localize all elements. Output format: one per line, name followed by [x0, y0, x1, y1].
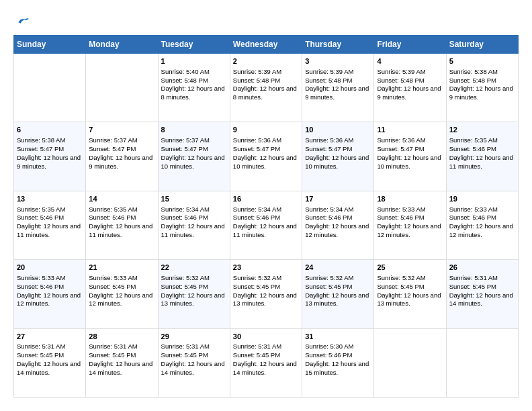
- calendar-cell: 22Sunrise: 5:32 AMSunset: 5:45 PMDayligh…: [158, 260, 230, 328]
- sunrise-text: Sunrise: 5:40 AM: [161, 68, 210, 75]
- day-number: 16: [233, 194, 299, 204]
- daylight-text: Daylight: 12 hours and 13 minutes.: [305, 291, 369, 308]
- calendar-cell: 26Sunrise: 5:31 AMSunset: 5:45 PMDayligh…: [446, 260, 518, 328]
- daylight-text: Daylight: 12 hours and 12 minutes.: [305, 222, 369, 238]
- sunset-text: Sunset: 5:47 PM: [161, 145, 208, 152]
- weekday-header-thursday: Thursday: [302, 36, 374, 54]
- calendar-cell: 11Sunrise: 5:36 AMSunset: 5:47 PMDayligh…: [374, 122, 446, 191]
- calendar-cell: 21Sunrise: 5:33 AMSunset: 5:45 PMDayligh…: [86, 260, 158, 328]
- sunrise-text: Sunrise: 5:35 AM: [449, 136, 498, 144]
- calendar-cell: 7Sunrise: 5:37 AMSunset: 5:47 PMDaylight…: [86, 122, 158, 191]
- day-number: 11: [377, 125, 443, 135]
- calendar-cell: 17Sunrise: 5:34 AMSunset: 5:46 PMDayligh…: [302, 191, 374, 259]
- daylight-text: Daylight: 12 hours and 9 minutes.: [89, 154, 152, 170]
- sunset-text: Sunset: 5:45 PM: [305, 283, 352, 290]
- daylight-text: Daylight: 12 hours and 11 minutes.: [89, 222, 152, 238]
- day-number: 28: [89, 332, 154, 342]
- daylight-text: Daylight: 12 hours and 11 minutes.: [17, 222, 81, 238]
- day-number: 30: [233, 332, 299, 342]
- sunset-text: Sunset: 5:46 PM: [89, 214, 136, 221]
- sunset-text: Sunset: 5:45 PM: [161, 283, 208, 290]
- daylight-text: Daylight: 12 hours and 12 minutes.: [17, 291, 81, 308]
- calendar-cell: 6Sunrise: 5:38 AMSunset: 5:47 PMDaylight…: [14, 122, 86, 191]
- sunrise-text: Sunrise: 5:32 AM: [161, 274, 210, 281]
- sunrise-text: Sunrise: 5:35 AM: [89, 205, 137, 213]
- day-number: 31: [305, 332, 371, 342]
- header: [13, 13, 519, 27]
- sunrise-text: Sunrise: 5:39 AM: [377, 68, 425, 75]
- sunset-text: Sunset: 5:46 PM: [305, 351, 352, 359]
- calendar-cell: 27Sunrise: 5:31 AMSunset: 5:45 PMDayligh…: [14, 328, 86, 397]
- calendar-cell: 8Sunrise: 5:37 AMSunset: 5:47 PMDaylight…: [158, 122, 230, 191]
- sunset-text: Sunset: 5:45 PM: [377, 283, 424, 290]
- sunrise-text: Sunrise: 5:33 AM: [449, 205, 498, 213]
- day-number: 8: [161, 125, 227, 135]
- day-number: 9: [233, 125, 299, 135]
- day-number: 29: [161, 332, 227, 342]
- sunrise-text: Sunrise: 5:37 AM: [161, 136, 210, 144]
- sunrise-text: Sunrise: 5:39 AM: [233, 68, 281, 75]
- logo: [13, 13, 32, 27]
- day-number: 24: [305, 263, 371, 273]
- sunset-text: Sunset: 5:48 PM: [449, 77, 496, 84]
- day-number: 14: [89, 194, 154, 204]
- sunrise-text: Sunrise: 5:31 AM: [233, 342, 281, 350]
- day-number: 18: [377, 194, 443, 204]
- day-number: 25: [377, 263, 443, 273]
- daylight-text: Daylight: 12 hours and 10 minutes.: [305, 154, 369, 170]
- day-number: 1: [161, 56, 227, 66]
- sunset-text: Sunset: 5:47 PM: [305, 145, 352, 152]
- sunset-text: Sunset: 5:45 PM: [89, 351, 136, 359]
- calendar-cell: 5Sunrise: 5:38 AMSunset: 5:48 PMDaylight…: [446, 54, 518, 122]
- day-number: 26: [449, 263, 515, 273]
- calendar-cell: 29Sunrise: 5:31 AMSunset: 5:45 PMDayligh…: [158, 328, 230, 397]
- calendar-cell: [446, 328, 518, 397]
- daylight-text: Daylight: 12 hours and 8 minutes.: [161, 85, 225, 101]
- sunrise-text: Sunrise: 5:30 AM: [305, 342, 353, 350]
- sunrise-text: Sunrise: 5:31 AM: [449, 274, 498, 281]
- sunrise-text: Sunrise: 5:31 AM: [161, 342, 210, 350]
- sunrise-text: Sunrise: 5:31 AM: [89, 342, 137, 350]
- sunset-text: Sunset: 5:47 PM: [377, 145, 424, 152]
- sunrise-text: Sunrise: 5:33 AM: [89, 274, 137, 281]
- calendar-cell: [86, 54, 158, 122]
- sunset-text: Sunset: 5:46 PM: [305, 214, 352, 221]
- sunrise-text: Sunrise: 5:34 AM: [233, 205, 281, 213]
- sunrise-text: Sunrise: 5:32 AM: [233, 274, 281, 281]
- day-number: 22: [161, 263, 227, 273]
- calendar-cell: 31Sunrise: 5:30 AMSunset: 5:46 PMDayligh…: [302, 328, 374, 397]
- day-number: 23: [233, 263, 299, 273]
- sunset-text: Sunset: 5:46 PM: [449, 214, 496, 221]
- sunset-text: Sunset: 5:46 PM: [17, 214, 64, 221]
- weekday-header-row: SundayMondayTuesdayWednesdayThursdayFrid…: [14, 36, 519, 54]
- calendar-table: SundayMondayTuesdayWednesdayThursdayFrid…: [13, 35, 519, 398]
- week-row-2: 6Sunrise: 5:38 AMSunset: 5:47 PMDaylight…: [14, 122, 519, 191]
- day-number: 17: [305, 194, 371, 204]
- sunset-text: Sunset: 5:45 PM: [17, 351, 64, 359]
- weekday-header-sunday: Sunday: [14, 36, 86, 54]
- day-number: 13: [17, 194, 83, 204]
- daylight-text: Daylight: 12 hours and 14 minutes.: [17, 360, 81, 376]
- sunset-text: Sunset: 5:48 PM: [161, 77, 208, 84]
- sunrise-text: Sunrise: 5:38 AM: [17, 136, 65, 144]
- sunset-text: Sunset: 5:45 PM: [233, 351, 280, 359]
- day-number: 4: [377, 56, 443, 66]
- calendar-cell: 15Sunrise: 5:34 AMSunset: 5:46 PMDayligh…: [158, 191, 230, 259]
- weekday-header-wednesday: Wednesday: [230, 36, 302, 54]
- calendar-cell: 16Sunrise: 5:34 AMSunset: 5:46 PMDayligh…: [230, 191, 302, 259]
- sunrise-text: Sunrise: 5:36 AM: [233, 136, 281, 144]
- sunrise-text: Sunrise: 5:31 AM: [17, 342, 65, 350]
- sunrise-text: Sunrise: 5:35 AM: [17, 205, 65, 213]
- calendar-cell: 24Sunrise: 5:32 AMSunset: 5:45 PMDayligh…: [302, 260, 374, 328]
- day-number: 2: [233, 56, 299, 66]
- sunset-text: Sunset: 5:46 PM: [449, 145, 496, 152]
- sunrise-text: Sunrise: 5:36 AM: [377, 136, 425, 144]
- calendar-cell: 23Sunrise: 5:32 AMSunset: 5:45 PMDayligh…: [230, 260, 302, 328]
- calendar-cell: 9Sunrise: 5:36 AMSunset: 5:47 PMDaylight…: [230, 122, 302, 191]
- daylight-text: Daylight: 12 hours and 11 minutes.: [161, 222, 225, 238]
- day-number: 21: [89, 263, 154, 273]
- daylight-text: Daylight: 12 hours and 9 minutes.: [305, 85, 369, 101]
- week-row-4: 20Sunrise: 5:33 AMSunset: 5:46 PMDayligh…: [14, 260, 519, 328]
- daylight-text: Daylight: 12 hours and 14 minutes.: [161, 360, 225, 376]
- page: SundayMondayTuesdayWednesdayThursdayFrid…: [0, 0, 532, 411]
